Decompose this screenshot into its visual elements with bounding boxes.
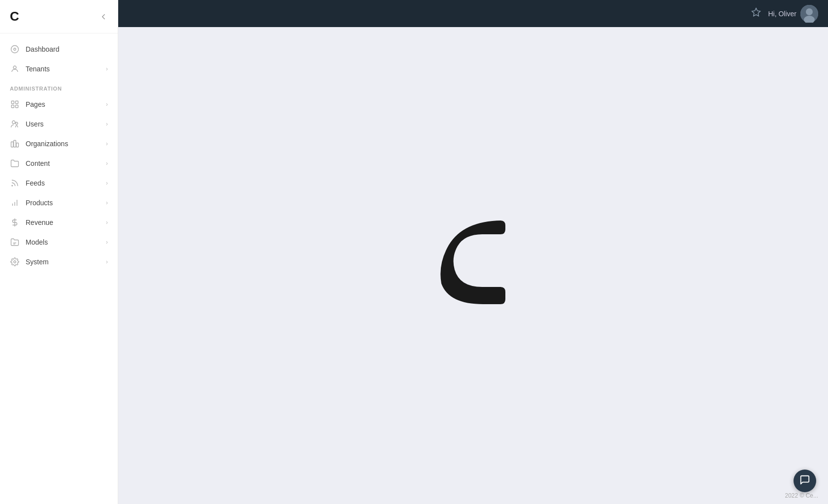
big-c-logo <box>424 206 523 309</box>
app-logo: C <box>10 9 19 24</box>
topbar: Hi, Oliver <box>118 0 828 27</box>
pages-icon <box>10 99 20 109</box>
feeds-chevron-icon: › <box>106 180 108 187</box>
svg-point-7 <box>12 121 15 124</box>
sidebar-item-content[interactable]: Content › <box>0 154 118 173</box>
footer: 2022 © Ce... <box>118 487 828 504</box>
sidebar-item-organizations-label: Organizations <box>26 140 106 148</box>
sidebar: C Dashboard Te <box>0 0 118 504</box>
organizations-icon <box>10 139 20 149</box>
svg-point-1 <box>14 48 16 51</box>
users-chevron-icon: › <box>106 121 108 127</box>
brand-logo-large <box>424 206 523 309</box>
sidebar-item-revenue[interactable]: Revenue › <box>0 213 118 232</box>
admin-section-title: ADMINISTRATION <box>0 79 118 94</box>
sidebar-item-system-label: System <box>26 258 106 266</box>
pages-chevron-icon: › <box>106 101 108 108</box>
sidebar-item-users[interactable]: Users › <box>0 114 118 134</box>
svg-rect-5 <box>11 105 14 108</box>
sidebar-logo-area: C <box>0 0 118 33</box>
sidebar-item-feeds-label: Feeds <box>26 179 106 187</box>
sidebar-collapse-button[interactable] <box>99 12 108 21</box>
dashboard-icon <box>10 44 20 54</box>
svg-rect-11 <box>16 143 19 147</box>
svg-point-2 <box>13 66 16 69</box>
user-greeting: Hi, Oliver <box>768 10 796 18</box>
models-chevron-icon: › <box>106 239 108 246</box>
main-wrapper: Hi, Oliver 2022 © Ce... <box>118 0 828 504</box>
svg-point-0 <box>11 46 19 53</box>
system-icon <box>10 257 20 267</box>
content-icon <box>10 158 20 168</box>
svg-marker-20 <box>752 8 761 16</box>
sidebar-item-tenants[interactable]: Tenants › <box>0 59 118 79</box>
sidebar-item-organizations[interactable]: Organizations › <box>0 134 118 154</box>
sidebar-item-dashboard-label: Dashboard <box>26 45 108 53</box>
svg-rect-3 <box>11 101 14 103</box>
svg-rect-10 <box>14 140 16 147</box>
tenants-chevron-icon: › <box>106 65 108 72</box>
footer-text: 2022 © Ce... <box>785 492 818 499</box>
avatar <box>800 5 818 23</box>
sidebar-item-feeds[interactable]: Feeds › <box>0 173 118 193</box>
chat-icon <box>799 474 810 488</box>
feeds-icon <box>10 178 20 188</box>
revenue-icon <box>10 218 20 227</box>
sidebar-item-tenants-label: Tenants <box>26 65 106 73</box>
sidebar-item-models[interactable]: Models › <box>0 232 118 252</box>
sidebar-item-users-label: Users <box>26 120 106 128</box>
sidebar-item-revenue-label: Revenue <box>26 219 106 226</box>
products-icon <box>10 198 20 208</box>
svg-rect-6 <box>16 105 18 108</box>
svg-rect-4 <box>16 101 18 103</box>
svg-point-19 <box>14 261 16 263</box>
chevron-left-icon <box>99 12 108 21</box>
sidebar-nav: Dashboard Tenants › ADMINISTRATION <box>0 33 118 278</box>
content-area <box>118 27 828 487</box>
models-icon <box>10 237 20 247</box>
users-icon <box>10 119 20 129</box>
system-chevron-icon: › <box>106 258 108 265</box>
sidebar-item-products-label: Products <box>26 199 106 207</box>
sidebar-item-system[interactable]: System › <box>0 252 118 272</box>
svg-rect-9 <box>11 142 14 147</box>
sparkle-icon[interactable] <box>751 7 761 20</box>
svg-point-22 <box>806 8 813 15</box>
revenue-chevron-icon: › <box>106 219 108 226</box>
chat-widget-button[interactable] <box>794 470 816 492</box>
sidebar-item-models-label: Models <box>26 238 106 246</box>
svg-point-8 <box>16 122 18 125</box>
products-chevron-icon: › <box>106 199 108 206</box>
tenants-icon <box>10 64 20 74</box>
content-chevron-icon: › <box>106 160 108 167</box>
sidebar-item-pages-label: Pages <box>26 100 106 108</box>
sidebar-item-pages[interactable]: Pages › <box>0 94 118 114</box>
organizations-chevron-icon: › <box>106 140 108 147</box>
sidebar-item-products[interactable]: Products › <box>0 193 118 213</box>
user-menu[interactable]: Hi, Oliver <box>768 5 818 23</box>
sidebar-item-content-label: Content <box>26 159 106 167</box>
svg-point-12 <box>12 186 13 187</box>
sidebar-item-dashboard[interactable]: Dashboard <box>0 39 118 59</box>
